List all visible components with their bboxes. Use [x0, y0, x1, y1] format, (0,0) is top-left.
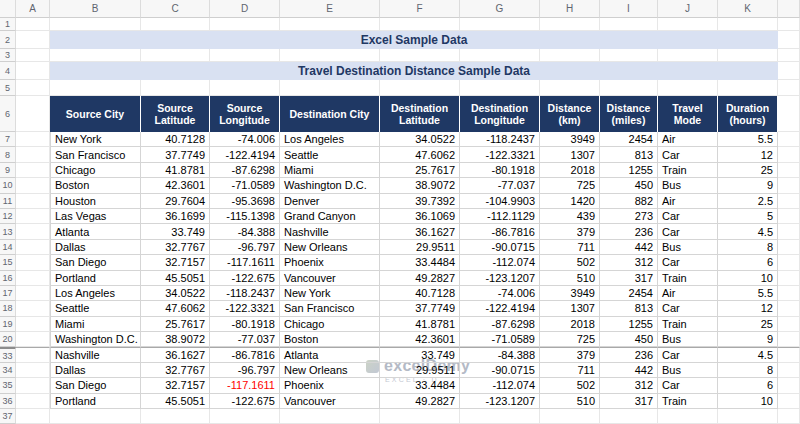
cell[interactable]	[16, 286, 50, 301]
cell-35-2[interactable]: -117.1611	[210, 378, 280, 393]
row-header-5[interactable]: 5	[0, 80, 16, 96]
cell[interactable]	[658, 49, 718, 62]
cell-20-9[interactable]: 9	[718, 332, 778, 347]
cell-10-3[interactable]: Washington D.C.	[280, 178, 380, 193]
column-header-G[interactable]: G	[460, 0, 540, 18]
cell[interactable]	[778, 80, 800, 96]
row-header-2[interactable]: 2	[0, 31, 16, 49]
cell-10-7[interactable]: 450	[600, 178, 658, 193]
cell-9-2[interactable]: -87.6298	[210, 163, 280, 178]
cell-36-6[interactable]: 510	[540, 394, 600, 409]
cell[interactable]	[778, 18, 800, 31]
column-header-A[interactable]: A	[16, 0, 50, 18]
cell-18-9[interactable]: 12	[718, 301, 778, 316]
cell-13-0[interactable]: Atlanta	[50, 224, 141, 239]
cell[interactable]	[210, 18, 280, 31]
cell-19-1[interactable]: 25.7617	[141, 317, 210, 332]
cell-15-4[interactable]: 33.4484	[380, 255, 460, 270]
cell-7-8[interactable]: Air	[658, 132, 718, 147]
cell-36-0[interactable]: Portland	[50, 394, 141, 409]
cell[interactable]	[658, 409, 718, 424]
column-header-B[interactable]: B	[50, 0, 141, 18]
cell[interactable]	[16, 209, 50, 224]
row-header-9[interactable]: 9	[0, 163, 16, 178]
column-header-E[interactable]: E	[280, 0, 380, 18]
cell[interactable]	[16, 301, 50, 316]
cell[interactable]	[540, 409, 600, 424]
cell[interactable]	[778, 31, 800, 49]
cell-9-5[interactable]: -80.1918	[460, 163, 540, 178]
cell-8-2[interactable]: -122.4194	[210, 147, 280, 162]
cell-14-7[interactable]: 442	[600, 240, 658, 255]
cell[interactable]	[778, 255, 800, 270]
cell[interactable]	[50, 80, 141, 96]
cell[interactable]	[210, 409, 280, 424]
cell-10-9[interactable]: 9	[718, 178, 778, 193]
column-header-H[interactable]: H	[540, 0, 600, 18]
cell[interactable]	[16, 49, 50, 62]
column-header-J[interactable]: J	[658, 0, 718, 18]
table-header-7[interactable]: Distance (miles)	[600, 96, 658, 132]
cell-16-5[interactable]: -123.1207	[460, 271, 540, 286]
column-header-D[interactable]: D	[210, 0, 280, 18]
column-header-C[interactable]: C	[141, 0, 210, 18]
cell[interactable]	[141, 409, 210, 424]
cell-18-1[interactable]: 47.6062	[141, 301, 210, 316]
row-header-18[interactable]: 18	[0, 301, 16, 316]
cell-9-6[interactable]: 2018	[540, 163, 600, 178]
cell-33-3[interactable]: Atlanta	[280, 347, 380, 362]
cell[interactable]	[210, 49, 280, 62]
table-header-9[interactable]: Duration (hours)	[718, 96, 778, 132]
cell-7-9[interactable]: 5.5	[718, 132, 778, 147]
cell-35-5[interactable]: -112.074	[460, 378, 540, 393]
cell-11-8[interactable]: Air	[658, 194, 718, 209]
cell-35-0[interactable]: San Diego	[50, 378, 141, 393]
cell-7-5[interactable]: -118.2437	[460, 132, 540, 147]
cell-34-3[interactable]: New Orleans	[280, 363, 380, 378]
cell-10-5[interactable]: -77.037	[460, 178, 540, 193]
cell-11-4[interactable]: 39.7392	[380, 194, 460, 209]
cell-16-0[interactable]: Portland	[50, 271, 141, 286]
cell-14-4[interactable]: 29.9511	[380, 240, 460, 255]
cell[interactable]	[460, 80, 540, 96]
row-header-36[interactable]: 36	[0, 394, 16, 409]
row-header-1[interactable]: 1	[0, 18, 16, 31]
cell-12-3[interactable]: Grand Canyon	[280, 209, 380, 224]
row-header-3[interactable]: 3	[0, 49, 16, 62]
row-header-8[interactable]: 8	[0, 147, 16, 162]
cell[interactable]	[50, 18, 141, 31]
cell-12-1[interactable]: 36.1699	[141, 209, 210, 224]
cell-34-4[interactable]: 29.9511	[380, 363, 460, 378]
cell-19-7[interactable]: 1255	[600, 317, 658, 332]
cell[interactable]	[658, 18, 718, 31]
cell-13-2[interactable]: -84.388	[210, 224, 280, 239]
cell[interactable]	[16, 394, 50, 409]
cell-8-6[interactable]: 1307	[540, 147, 600, 162]
row-header-33[interactable]: 33	[0, 347, 16, 362]
cell-13-4[interactable]: 36.1627	[380, 224, 460, 239]
cell[interactable]	[718, 409, 778, 424]
cell-7-1[interactable]: 40.7128	[141, 132, 210, 147]
cell-17-0[interactable]: Los Angeles	[50, 286, 141, 301]
cell[interactable]	[778, 347, 800, 362]
cell-9-1[interactable]: 41.8781	[141, 163, 210, 178]
table-header-3[interactable]: Destination City	[280, 96, 380, 132]
cell-10-4[interactable]: 38.9072	[380, 178, 460, 193]
cell[interactable]	[778, 332, 800, 347]
cell[interactable]	[778, 286, 800, 301]
cell-17-1[interactable]: 34.0522	[141, 286, 210, 301]
cell[interactable]	[16, 409, 50, 424]
cell-8-1[interactable]: 37.7749	[141, 147, 210, 162]
table-header-1[interactable]: Source Latitude	[141, 96, 210, 132]
cell-7-6[interactable]: 3949	[540, 132, 600, 147]
table-header-4[interactable]: Destination Latitude	[380, 96, 460, 132]
cell-18-5[interactable]: -122.4194	[460, 301, 540, 316]
cell-14-9[interactable]: 8	[718, 240, 778, 255]
cell[interactable]	[380, 49, 460, 62]
cell-19-2[interactable]: -80.1918	[210, 317, 280, 332]
row-header-6[interactable]: 6	[0, 96, 16, 132]
cell[interactable]	[16, 163, 50, 178]
cell-14-1[interactable]: 32.7767	[141, 240, 210, 255]
cell-7-3[interactable]: Los Angeles	[280, 132, 380, 147]
row-header-14[interactable]: 14	[0, 240, 16, 255]
